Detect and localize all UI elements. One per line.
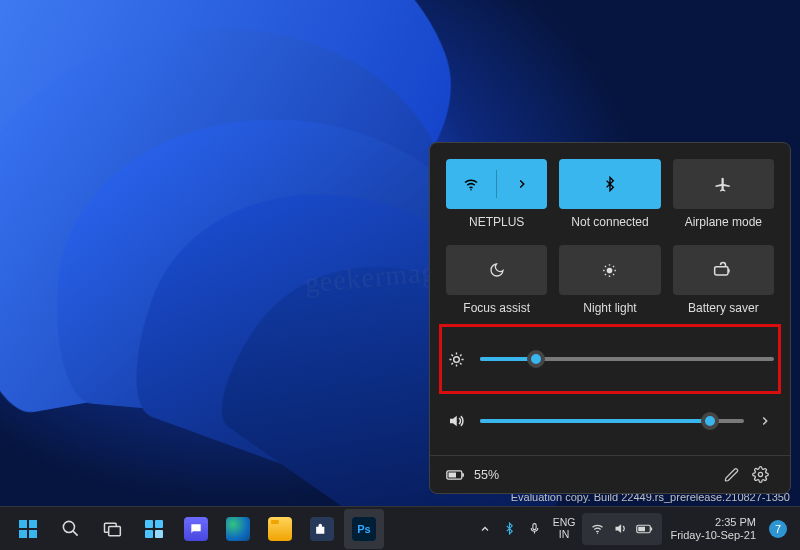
tray-overflow[interactable]	[474, 509, 496, 549]
svg-point-1	[608, 268, 612, 272]
volume-expand[interactable]	[758, 414, 774, 428]
language-indicator[interactable]: ENGIN	[548, 509, 581, 549]
svg-point-13	[63, 521, 74, 532]
svg-rect-18	[145, 530, 153, 538]
brightness-icon	[446, 351, 466, 368]
task-view-button[interactable]	[92, 509, 132, 549]
svg-rect-6	[462, 473, 464, 476]
svg-rect-24	[639, 526, 646, 531]
tray-microphone[interactable]	[523, 509, 546, 549]
wifi-label: NETPLUS	[469, 215, 524, 229]
svg-point-21	[597, 533, 598, 534]
svg-rect-19	[155, 530, 163, 538]
airplane-tile[interactable]	[673, 159, 774, 209]
notifications-button[interactable]: 7	[764, 509, 792, 549]
quick-settings-panel: NETPLUS Not connected Airplane mode Focu…	[429, 142, 791, 494]
search-icon	[61, 519, 80, 538]
battery-percent: 55%	[474, 468, 499, 482]
notification-badge: 7	[769, 520, 787, 538]
svg-rect-15	[109, 526, 121, 535]
svg-rect-10	[29, 520, 37, 528]
svg-rect-12	[29, 530, 37, 538]
bluetooth-label: Not connected	[571, 215, 648, 229]
svg-rect-7	[449, 472, 457, 477]
wifi-expand[interactable]	[497, 159, 547, 209]
wifi-tile[interactable]	[446, 159, 547, 209]
windows-icon	[18, 519, 38, 539]
bluetooth-icon	[602, 176, 618, 192]
wifi-toggle[interactable]	[446, 159, 496, 209]
battery-saver-icon	[713, 260, 733, 280]
volume-slider[interactable]	[480, 411, 744, 431]
svg-rect-9	[19, 520, 27, 528]
night-light-label: Night light	[583, 301, 636, 315]
chat-button[interactable]	[176, 509, 216, 549]
svg-point-4	[453, 356, 459, 362]
edit-quick-settings-button[interactable]	[718, 467, 746, 483]
chevron-up-icon	[479, 523, 491, 535]
svg-rect-16	[145, 520, 153, 528]
file-explorer-button[interactable]	[260, 509, 300, 549]
airplane-icon	[714, 175, 732, 193]
chat-icon	[189, 522, 203, 536]
svg-rect-3	[728, 269, 730, 272]
start-button[interactable]	[8, 509, 48, 549]
volume-slider-row	[446, 393, 774, 449]
photoshop-button[interactable]: Ps	[344, 509, 384, 549]
svg-point-0	[470, 189, 472, 191]
tray-bluetooth[interactable]	[498, 509, 521, 549]
battery-saver-label: Battery saver	[688, 301, 759, 315]
volume-icon	[613, 521, 628, 536]
chevron-right-icon	[515, 177, 529, 191]
store-button[interactable]	[302, 509, 342, 549]
settings-button[interactable]	[746, 466, 774, 483]
battery-saver-tile[interactable]	[673, 245, 774, 295]
volume-icon	[446, 412, 466, 430]
brightness-slider-row	[446, 331, 774, 387]
task-view-icon	[102, 519, 122, 539]
wifi-icon	[590, 521, 605, 536]
svg-point-8	[758, 472, 762, 476]
svg-rect-20	[533, 524, 536, 530]
bluetooth-tile[interactable]	[559, 159, 660, 209]
panel-footer: 55%	[430, 455, 790, 493]
night-light-tile[interactable]	[559, 245, 660, 295]
brightness-slider[interactable]	[480, 349, 774, 369]
battery-icon	[446, 468, 466, 482]
search-button[interactable]	[50, 509, 90, 549]
system-tray-group[interactable]	[582, 513, 662, 545]
taskbar: Ps ENGIN 2:35 PMFriday-10-Sep-21 7	[0, 506, 800, 550]
night-light-icon	[601, 262, 618, 279]
wifi-icon	[462, 175, 480, 193]
microphone-icon	[528, 522, 541, 535]
bluetooth-icon	[503, 522, 516, 535]
battery-icon	[636, 523, 654, 535]
svg-rect-11	[19, 530, 27, 538]
focus-assist-tile[interactable]	[446, 245, 547, 295]
clock[interactable]: 2:35 PMFriday-10-Sep-21	[664, 509, 762, 549]
airplane-label: Airplane mode	[685, 215, 762, 229]
focus-assist-label: Focus assist	[463, 301, 530, 315]
svg-rect-17	[155, 520, 163, 528]
widgets-icon	[144, 519, 164, 539]
svg-rect-23	[651, 527, 653, 530]
moon-icon	[489, 262, 505, 278]
edge-button[interactable]	[218, 509, 258, 549]
widgets-button[interactable]	[134, 509, 174, 549]
svg-rect-2	[715, 267, 728, 275]
